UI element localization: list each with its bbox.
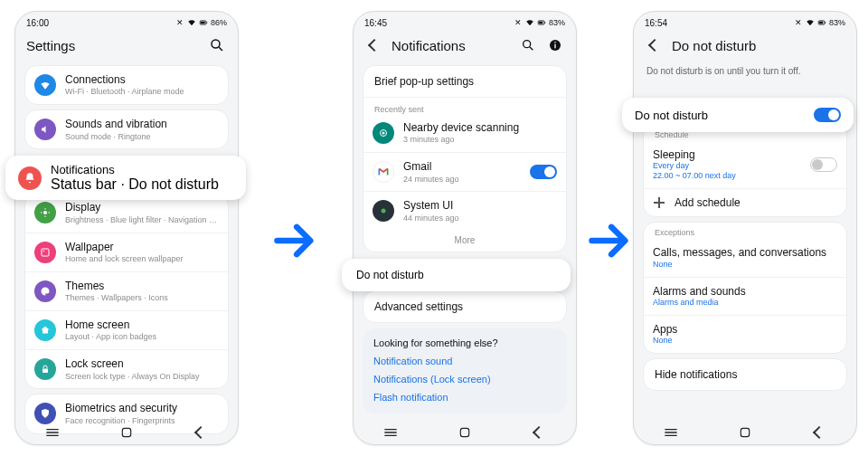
exception-apps[interactable]: AppsNone: [644, 315, 846, 353]
recent-item-systemui[interactable]: System UI44 minutes ago: [363, 191, 566, 230]
settings-item-connections[interactable]: ConnectionsWi-Fi · Bluetooth · Airplane …: [25, 66, 228, 104]
item-title: Calls, messages, and conversations: [653, 246, 837, 259]
settings-item-wallpaper[interactable]: WallpaperHome and lock screen wallpaper: [25, 233, 228, 271]
add-schedule[interactable]: Add schedule: [644, 188, 846, 216]
battery-icon: [199, 18, 208, 27]
svg-line-4: [219, 47, 222, 51]
nav-recents[interactable]: [373, 424, 409, 441]
back-button[interactable]: [364, 35, 384, 55]
nav-recents[interactable]: [653, 424, 689, 441]
settings-item-lock[interactable]: Lock screenScreen lock type · Always On …: [25, 349, 228, 388]
status-time: 16:45: [364, 18, 387, 28]
schedule-sleeping[interactable]: Sleeping Every day 22.00 ~ 07.00 next da…: [644, 141, 846, 188]
svg-point-27: [382, 209, 386, 214]
nav-bar: [634, 421, 856, 444]
wifi-icon: [806, 18, 815, 27]
speaker-icon: [34, 119, 56, 140]
info-button[interactable]: [545, 35, 565, 55]
exception-alarms[interactable]: Alarms and soundsAlarms and media: [644, 277, 846, 315]
item-title: Notifications: [51, 163, 233, 176]
svg-rect-16: [122, 428, 130, 436]
svg-rect-23: [554, 44, 555, 49]
gmail-toggle[interactable]: [530, 165, 557, 179]
status-bar: 16:00 ✕ 86%: [15, 12, 238, 30]
vibrate-icon: ✕: [175, 18, 184, 27]
advanced-settings[interactable]: Advanced settings: [363, 291, 566, 322]
item-subtitle: Screen lock type · Always On Display: [65, 372, 219, 382]
nav-home[interactable]: [108, 424, 145, 441]
svg-rect-33: [825, 22, 826, 24]
item-title: Sounds and vibration: [65, 118, 219, 130]
recent-item-nearby[interactable]: Nearby device scanning3 minutes ago: [363, 114, 566, 152]
search-button[interactable]: [518, 35, 538, 55]
settings-header: Settings: [15, 30, 238, 61]
exception-calls[interactable]: Calls, messages, and conversationsNone: [644, 239, 846, 276]
svg-rect-2: [201, 22, 205, 24]
nav-back[interactable]: [183, 424, 219, 441]
battery-icon: [817, 18, 826, 27]
home-icon: [34, 319, 56, 341]
nav-back[interactable]: [521, 424, 557, 441]
item-subtitle: 44 minutes ago: [403, 214, 557, 223]
item-title: Nearby device scanning: [403, 121, 557, 134]
item-subtitle: Every day: [653, 161, 801, 171]
svg-point-11: [43, 250, 45, 252]
svg-point-20: [524, 41, 531, 48]
settings-item-themes[interactable]: ThemesThemes · Wallpapers · Icons: [25, 271, 228, 310]
settings-item-sounds[interactable]: Sounds and vibrationSound mode · Rington…: [25, 110, 228, 148]
item-subtitle: Alarms and media: [653, 298, 837, 308]
item-title: Connections: [65, 73, 219, 86]
sun-icon: [34, 202, 56, 223]
notifications-header: Notifications: [354, 30, 576, 61]
search-button[interactable]: [207, 35, 227, 55]
page-title: Notifications: [392, 38, 511, 53]
svg-rect-34: [819, 22, 823, 24]
highlight-dnd[interactable]: Do not disturb: [342, 259, 571, 291]
vibrate-icon: ✕: [794, 18, 803, 27]
page-title: Settings: [26, 38, 200, 53]
item-subtitle: Wi-Fi · Bluetooth · Airplane mode: [65, 87, 219, 97]
sleeping-toggle[interactable]: [810, 157, 837, 172]
item-title: Wallpaper: [65, 241, 219, 253]
info-icon: [548, 38, 562, 52]
item-subtitle: 22.00 ~ 07.00 next day: [653, 171, 801, 181]
highlight-notifications[interactable]: Notifications Status bar · Do not distur…: [5, 156, 246, 200]
link-notification-sound[interactable]: Notification sound: [363, 352, 567, 370]
link-flash-notification[interactable]: Flash notification: [363, 388, 567, 406]
svg-rect-18: [544, 22, 545, 24]
page-title: Do not disturb: [672, 38, 845, 53]
hide-notifications[interactable]: Hide notifications: [644, 359, 846, 390]
brief-popup-settings[interactable]: Brief pop-up settings: [363, 66, 566, 98]
nav-home[interactable]: [727, 424, 763, 441]
link-notifications-lock[interactable]: Notifications (Lock screen): [363, 370, 567, 388]
nav-back[interactable]: [801, 424, 837, 441]
item-subtitle: None: [653, 336, 837, 346]
item-subtitle: Sound mode · Ringtone: [65, 132, 219, 142]
wifi-icon: [525, 18, 534, 27]
nav-recents[interactable]: [34, 424, 71, 441]
highlight-dnd-toggle[interactable]: Do not disturb: [622, 98, 854, 132]
chevron-left-icon: [650, 37, 659, 53]
android-icon: [373, 200, 394, 222]
nav-home[interactable]: [447, 424, 483, 441]
more-button[interactable]: More: [363, 231, 566, 252]
wifi-icon: [187, 18, 196, 27]
arrow-icon: [271, 217, 318, 268]
settings-item-home[interactable]: Home screenLayout · App icon badges: [25, 310, 228, 349]
dnd-toggle[interactable]: [814, 108, 841, 122]
item-title: Themes: [65, 280, 219, 292]
svg-point-5: [43, 211, 47, 214]
item-title: Display: [65, 201, 219, 214]
vibrate-icon: ✕: [514, 18, 523, 27]
item-title: Add schedule: [675, 196, 837, 209]
status-right: ✕ 86%: [175, 18, 227, 27]
wifi-icon: [34, 74, 56, 96]
svg-rect-1: [206, 22, 207, 24]
settings-screen: 16:00 ✕ 86% Settings ConnectionsWi-Fi ·: [14, 11, 239, 445]
back-button[interactable]: [645, 35, 665, 55]
status-battery: 83%: [549, 18, 565, 27]
settings-list: ConnectionsWi-Fi · Bluetooth · Airplane …: [15, 65, 238, 434]
svg-point-3: [212, 40, 220, 48]
recent-item-gmail[interactable]: Gmail24 minutes ago: [363, 152, 566, 191]
looking-title: Looking for something else?: [363, 334, 567, 352]
